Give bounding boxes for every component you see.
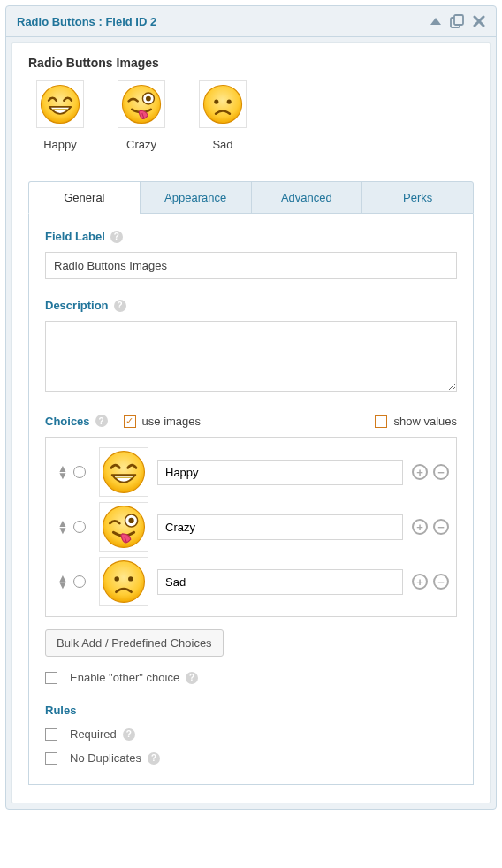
preview-row: Happy Crazy Sad <box>36 80 474 151</box>
choices-box: ▲▼ + − ▲▼ <box>45 437 457 617</box>
sort-handle-icon[interactable]: ▲▼ <box>57 575 68 589</box>
choice-row: ▲▼ + − <box>53 554 449 609</box>
choice-image[interactable] <box>99 557 148 606</box>
crazy-emoji-icon <box>102 505 146 549</box>
use-images-checkbox[interactable]: ✓use images <box>124 414 201 428</box>
collapse-icon[interactable] <box>430 18 441 25</box>
preview-item-sad[interactable]: Sad <box>199 80 247 151</box>
add-choice-icon[interactable]: + <box>412 574 428 590</box>
no-duplicates-checkbox[interactable]: No Duplicates ? <box>45 751 457 765</box>
crazy-emoji-icon <box>121 84 162 125</box>
preview-item-crazy[interactable]: Crazy <box>118 80 165 151</box>
choice-row: ▲▼ + − <box>53 499 449 554</box>
add-choice-icon[interactable]: + <box>412 519 428 535</box>
help-icon[interactable]: ? <box>110 231 123 243</box>
tab-advanced[interactable]: Advanced <box>251 181 363 214</box>
help-icon[interactable]: ? <box>95 415 108 427</box>
remove-choice-icon[interactable]: − <box>433 519 449 535</box>
description-heading: Description ? <box>45 299 457 312</box>
panel-body: Radio Buttons Images Happy Crazy Sad Gen… <box>11 42 491 803</box>
sad-emoji-icon <box>102 560 146 604</box>
tab-appearance[interactable]: Appearance <box>140 181 252 214</box>
choice-row: ▲▼ + − <box>53 445 449 499</box>
choices-header: Choices ? ✓use images show values <box>45 414 457 428</box>
preview-label: Sad <box>199 138 247 151</box>
help-icon[interactable]: ? <box>114 300 126 312</box>
preview-label: Happy <box>36 138 84 151</box>
field-label-input[interactable] <box>45 252 457 279</box>
default-radio[interactable] <box>73 575 86 588</box>
help-icon[interactable]: ? <box>148 752 160 765</box>
required-checkbox[interactable]: Required ? <box>45 727 457 741</box>
tab-content-general: Field Label ? Description ? Choices ? <box>28 214 474 785</box>
description-textarea[interactable] <box>45 321 457 392</box>
add-choice-icon[interactable]: + <box>412 464 428 480</box>
choice-label-input[interactable] <box>157 514 403 540</box>
panel-title: Radio Buttons : Field ID 2 <box>17 15 156 28</box>
rules-heading: Rules <box>45 704 457 717</box>
svg-rect-9 <box>454 15 463 25</box>
close-icon[interactable] <box>473 15 485 27</box>
happy-emoji-icon <box>102 450 146 494</box>
tabs: General Appearance Advanced Perks <box>28 181 474 214</box>
help-icon[interactable]: ? <box>123 728 135 741</box>
sort-handle-icon[interactable]: ▲▼ <box>57 520 68 534</box>
panel-header: Radio Buttons : Field ID 2 <box>6 6 496 37</box>
field-panel: Radio Buttons : Field ID 2 Radio Buttons… <box>5 5 497 810</box>
preview-item-happy[interactable]: Happy <box>36 80 84 151</box>
field-name: Radio Buttons Images <box>28 56 474 70</box>
tab-general[interactable]: General <box>28 181 141 214</box>
svg-marker-7 <box>430 18 441 25</box>
field-label-heading: Field Label ? <box>45 230 457 243</box>
happy-emoji-icon <box>40 84 80 125</box>
choice-image[interactable] <box>99 447 148 497</box>
choice-image[interactable] <box>99 502 148 552</box>
preview-label: Crazy <box>118 138 165 151</box>
choice-label-input[interactable] <box>157 460 403 485</box>
remove-choice-icon[interactable]: − <box>433 464 449 480</box>
default-radio[interactable] <box>73 466 86 478</box>
tab-perks[interactable]: Perks <box>361 181 474 214</box>
bulk-add-button[interactable]: Bulk Add / Predefined Choices <box>45 629 224 657</box>
sort-handle-icon[interactable]: ▲▼ <box>57 465 68 479</box>
default-radio[interactable] <box>73 521 86 533</box>
sad-emoji-icon <box>202 84 243 125</box>
show-values-checkbox[interactable]: show values <box>375 414 457 428</box>
choice-label-input[interactable] <box>157 569 403 595</box>
enable-other-checkbox[interactable]: Enable "other" choice ? <box>45 671 457 684</box>
panel-actions <box>430 14 485 28</box>
duplicate-icon[interactable] <box>450 14 464 28</box>
help-icon[interactable]: ? <box>186 672 198 684</box>
remove-choice-icon[interactable]: − <box>433 574 449 590</box>
